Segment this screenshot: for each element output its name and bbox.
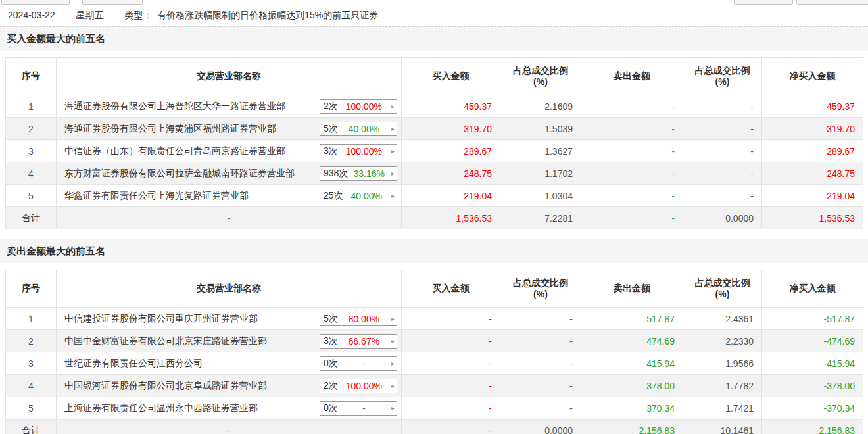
history-badge[interactable]: 3次100.00%▸ [320,144,397,158]
sell-ratio: 1.9566 [683,352,762,375]
badge-pct: - [362,358,366,369]
history-badge[interactable]: 0次-▸ [320,356,397,371]
sell-ratio: - [683,118,762,140]
sell-ratio: 0.0000 [683,207,762,229]
type-value: 有价格涨跌幅限制的日价格振幅达到15%的前五只证券 [157,10,378,20]
net-buy: 459.37 [762,95,863,118]
history-badge[interactable]: 25次40.00%▸ [320,189,397,203]
table-row: 4 中国银河证券股份有限公司北京阜成路证券营业部 2次100.00%▸ - - … [6,375,863,397]
history-badge[interactable]: 5次80.00%▸ [320,312,397,326]
history-badge[interactable]: 938次33.16%▸ [320,166,397,181]
buy-ratio: 1.5039 [500,118,581,140]
total-name: - [57,207,402,229]
row-seq: 2 [6,118,57,140]
chevron-right-icon: ▸ [391,125,395,132]
buy-ratio: - [500,375,581,397]
buy-amount: - [402,352,500,375]
sell-ratio: 2.2330 [683,330,762,352]
branch-name: 上海证券有限责任公司温州永中西路证券营业部 [64,402,258,414]
net-buy: -370.34 [762,397,863,420]
row-seq: 3 [6,352,57,375]
chevron-right-icon: ▸ [391,382,395,389]
col-seq: 序号 [6,270,57,308]
row-seq: 5 [6,397,57,420]
sell-amount: 378.00 [581,375,683,397]
table-row: 3 中信证券（山东）有限责任公司青岛南京路证券营业部 3次100.00%▸ 28… [6,140,863,162]
sell-table-wrap: 序号 交易营业部名称 买入金额 占总成交比例(%) 卖出金额 占总成交比例(%)… [5,270,863,434]
branch-name: 中国银河证券股份有限公司北京阜成路证券营业部 [64,380,267,392]
chevron-right-icon: ▸ [391,337,395,345]
row-seq: 4 [6,162,57,185]
date-label: 2024-03-22 [8,10,55,20]
branch-name: 海通证券股份有限公司上海黄浦区福州路证券营业部 [64,123,276,135]
sell-amount: - [581,185,683,207]
sell-ratio: 10.1461 [683,420,762,434]
table-row: 1 中信建投证券股份有限公司重庆开州证券营业部 5次80.00%▸ - - 51… [6,308,863,330]
badge-times: 5次 [324,123,338,135]
buy-table: 序号 交易营业部名称 买入金额 占总成交比例(%) 卖出金额 占总成交比例(%)… [5,57,863,229]
net-buy: -2,156.83 [762,420,863,434]
buy-section-title: 买入金额最大的前五名 [0,26,868,51]
net-buy: 1,536.53 [762,207,863,229]
buy-amount: 1,536.53 [402,207,500,229]
branch-name: 中信建投证券股份有限公司重庆开州证券营业部 [64,313,258,325]
top-cropped-button-3[interactable] [734,0,793,5]
total-name: - [57,420,402,434]
sell-ratio: - [683,162,762,185]
buy-ratio: - [500,308,581,330]
chevron-right-icon: ▸ [391,147,395,155]
total-row: 合计 - - 0.0000 2,156.83 10.1461 -2,156.83 [6,420,863,434]
row-seq: 4 [6,375,57,397]
badge-pct: 100.00% [346,146,382,157]
sell-amount: - [581,95,683,118]
badge-times: 2次 [324,101,338,112]
branch-name: 世纪证券有限责任公司江西分公司 [64,358,203,370]
branch-name: 东方财富证券股份有限公司拉萨金融城南环路证券营业部 [64,168,295,180]
sell-ratio: 1.7421 [683,397,762,420]
net-buy: -378.00 [762,375,863,397]
sell-table: 序号 交易营业部名称 买入金额 占总成交比例(%) 卖出金额 占总成交比例(%)… [5,270,863,434]
sell-amount: 474.69 [581,330,683,352]
col-branch-name: 交易营业部名称 [57,58,402,95]
table-row: 2 中国中金财富证券有限公司北京宋庄路证券营业部 3次66.67%▸ - - 4… [6,330,863,352]
buy-ratio: - [500,352,581,375]
row-seq: 5 [6,185,57,207]
col-sell-ratio: 占总成交比例(%) [683,270,762,308]
branch-name: 中国中金财富证券有限公司北京宋庄路证券营业部 [64,335,267,347]
history-badge[interactable]: 2次100.00%▸ [320,99,397,114]
top-cropped-button-2[interactable] [82,0,143,5]
history-badge[interactable]: 2次100.00%▸ [320,379,397,393]
badge-times: 2次 [324,380,338,392]
chevron-right-icon: ▸ [391,360,395,367]
buy-ratio: 1.0304 [500,185,581,207]
col-buy-ratio: 占总成交比例(%) [500,270,581,308]
table-row: 3 世纪证券有限责任公司江西分公司 0次-▸ - - 415.94 1.9566… [6,352,863,375]
history-badge[interactable]: 5次40.00%▸ [320,122,397,136]
history-badge[interactable]: 0次-▸ [320,401,397,416]
buy-ratio: 1.1702 [500,162,581,185]
top-cropped-button-1[interactable] [1,0,70,5]
table-row: 1 海通证券股份有限公司上海普陀区大华一路证券营业部 2次100.00%▸ 45… [6,95,863,118]
buy-ratio: 2.1609 [500,95,581,118]
buy-amount: 289.67 [402,140,500,162]
chevron-right-icon: ▸ [391,315,395,322]
badge-pct: 40.00% [351,191,382,201]
net-buy: -517.87 [762,308,863,330]
top-cropped-button-4[interactable] [796,0,868,5]
buy-amount: 248.75 [402,162,500,185]
sell-amount: 415.94 [581,352,683,375]
chevron-right-icon: ▸ [391,170,395,177]
badge-times: 3次 [324,335,338,347]
col-sell-amount: 卖出金额 [581,58,683,95]
buy-amount: - [402,420,500,434]
buy-ratio: - [500,397,581,420]
history-badge[interactable]: 3次66.67%▸ [320,334,397,349]
badge-times: 0次 [324,402,338,414]
chevron-right-icon: ▸ [391,404,395,412]
badge-pct: 100.00% [346,381,382,391]
col-net-buy: 净买入金额 [762,58,863,95]
sell-ratio: 2.4361 [683,308,762,330]
sell-ratio: - [683,185,762,207]
col-buy-ratio: 占总成交比例(%) [500,58,581,95]
total-row: 合计 - 1,536.53 7.2281 - 0.0000 1,536.53 [6,207,863,229]
